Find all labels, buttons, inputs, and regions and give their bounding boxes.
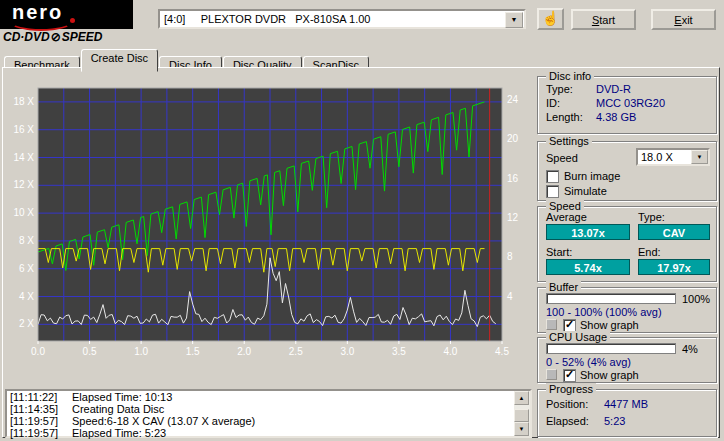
svg-text:16: 16 (507, 173, 519, 184)
buffer-title: Buffer (546, 281, 581, 293)
scrollbar-thumb[interactable] (514, 409, 529, 422)
svg-text:8: 8 (507, 251, 513, 262)
write-speed-chart: 2 X4 X6 X8 X10 X12 X14 X16 X18 X48121620… (2, 84, 536, 360)
cpu-usage-title: CPU Usage (546, 331, 610, 343)
scroll-up-icon[interactable]: ▲ (514, 391, 529, 405)
start-speed-value: 5.74x (546, 259, 630, 275)
svg-text:1.5: 1.5 (186, 346, 200, 357)
svg-text:12: 12 (507, 212, 519, 223)
hand-tool-button[interactable]: ☝ (537, 8, 564, 30)
nero-cd-dvd-speed-window: { "colors": { "window_bg": "#d4d0c8", "a… (0, 0, 724, 441)
speed-select[interactable]: 18.0 X ▼ (636, 148, 710, 166)
svg-text:18 X: 18 X (13, 96, 34, 107)
svg-text:2 X: 2 X (19, 318, 34, 329)
circle-slash-icon: ⊘ (50, 30, 62, 44)
cpu-graph-swatch (546, 369, 557, 380)
start-speed-label: Start: (546, 246, 572, 258)
disc-type-value: DVD-R (596, 83, 631, 95)
svg-text:4: 4 (507, 291, 513, 302)
svg-text:0.5: 0.5 (83, 346, 97, 357)
disc-info-group: Disc info Type: DVD-R ID: MCC 03RG20 Len… (537, 76, 717, 134)
disc-length-value: 4.38 GB (596, 111, 636, 123)
cpu-range-text: 0 - 52% (4% avg) (546, 356, 631, 368)
svg-text:16 X: 16 X (13, 124, 34, 135)
elapsed-value: 5:23 (604, 415, 625, 427)
progress-group: Progress Position: 4477 MB Elapsed: 5:23 (537, 389, 717, 437)
average-value: 13.07x (546, 224, 630, 240)
svg-text:3.5: 3.5 (392, 346, 406, 357)
dropdown-arrow-icon[interactable]: ▼ (505, 12, 523, 28)
disc-id-label: ID: (546, 97, 560, 109)
svg-text:4.0: 4.0 (443, 346, 457, 357)
svg-text:2.0: 2.0 (237, 346, 251, 357)
log-line: [11:14:35]Creating Data Disc (7, 403, 530, 415)
cd-dvd-speed-logo: CD·DVD⊘SPEED (3, 30, 102, 44)
settings-group: Settings Speed 18.0 X ▼ Burn image Simul… (537, 141, 717, 201)
tab-create-disc[interactable]: Create Disc (81, 49, 158, 72)
type-value: CAV (638, 224, 710, 240)
buffer-percent: 100% (682, 293, 710, 305)
buffer-graph-swatch (546, 319, 557, 330)
disc-id-value: MCC 03RG20 (596, 97, 665, 109)
disc-length-label: Length: (546, 111, 583, 123)
exit-button[interactable]: Exit (651, 9, 716, 30)
svg-text:4 X: 4 X (19, 291, 34, 302)
svg-text:3.0: 3.0 (340, 346, 354, 357)
buffer-show-graph-label: Show graph (580, 319, 639, 331)
position-value: 4477 MB (604, 398, 648, 410)
progress-title: Progress (546, 383, 596, 395)
settings-title: Settings (546, 135, 592, 147)
buffer-range-text: 100 - 100% (100% avg) (546, 306, 662, 318)
svg-text:2.5: 2.5 (289, 346, 303, 357)
burn-image-label: Burn image (564, 170, 620, 182)
logo-sub-left: CD·DVD (3, 30, 50, 44)
drive-select[interactable]: [4:0] PLEXTOR DVDR PX-810SA 1.00 ▼ (158, 9, 526, 29)
drive-select-value: [4:0] PLEXTOR DVDR PX-810SA 1.00 (164, 13, 370, 25)
speed-setting-label: Speed (546, 152, 578, 164)
log-line: [11:11:22]Elapsed Time: 10:13 (7, 391, 530, 403)
elapsed-label: Elapsed: (546, 415, 589, 427)
cpu-show-graph-checkbox[interactable] (563, 369, 576, 382)
log-scrollbar[interactable]: ▲ ▼ (513, 391, 530, 436)
svg-text:6 X: 6 X (19, 263, 34, 274)
svg-text:20: 20 (507, 133, 519, 144)
scroll-down-icon[interactable]: ▼ (514, 422, 529, 436)
log-line: [11:19:57]Speed:6-18 X CAV (13.07 X aver… (7, 415, 530, 427)
svg-text:0.0: 0.0 (31, 346, 45, 357)
nero-logo-swoosh (10, 13, 72, 31)
cpu-show-graph-label: Show graph (580, 369, 639, 381)
log-line: [11:19:57]Elapsed Time: 5:23 (7, 427, 530, 439)
svg-text:24: 24 (507, 94, 519, 105)
tab-bar: BenchmarkCreate DiscDisc InfoDisc Qualit… (4, 50, 370, 68)
log-panel[interactable]: [11:11:22]Elapsed Time: 10:13 [11:14:35]… (5, 389, 532, 438)
svg-text:8 X: 8 X (19, 235, 34, 246)
speed-select-value: 18.0 X (641, 151, 673, 163)
cpu-progress-bar (546, 343, 676, 354)
buffer-group: Buffer 100% 100 - 100% (100% avg) Show g… (537, 287, 717, 333)
svg-text:14 X: 14 X (13, 152, 34, 163)
svg-text:1.0: 1.0 (134, 346, 148, 357)
cpu-usage-group: CPU Usage 4% 0 - 52% (4% avg) Show graph (537, 337, 717, 383)
svg-text:10 X: 10 X (13, 207, 34, 218)
hand-icon: ☝ (542, 10, 559, 26)
nero-logo: nero (0, 0, 133, 29)
end-speed-label: End: (638, 246, 661, 258)
type-label: Type: (638, 211, 665, 223)
speed-group: Speed Average Type: 13.07x CAV Start: En… (537, 206, 717, 282)
disc-info-title: Disc info (546, 70, 594, 82)
end-speed-value: 17.97x (638, 259, 710, 275)
position-label: Position: (546, 398, 588, 410)
start-button[interactable]: Start (571, 9, 636, 30)
simulate-label: Simulate (564, 185, 607, 197)
average-label: Average (546, 211, 587, 223)
disc-type-label: Type: (546, 83, 573, 95)
burn-image-checkbox[interactable] (546, 170, 559, 183)
simulate-checkbox[interactable] (546, 185, 559, 198)
speed-dropdown-arrow-icon[interactable]: ▼ (691, 150, 708, 164)
cpu-percent: 4% (682, 343, 698, 355)
svg-text:4.5: 4.5 (495, 346, 509, 357)
logo-sub-right: SPEED (62, 30, 103, 44)
buffer-progress-bar (546, 293, 676, 304)
svg-text:12 X: 12 X (13, 179, 34, 190)
nero-logo-dot (70, 18, 75, 23)
